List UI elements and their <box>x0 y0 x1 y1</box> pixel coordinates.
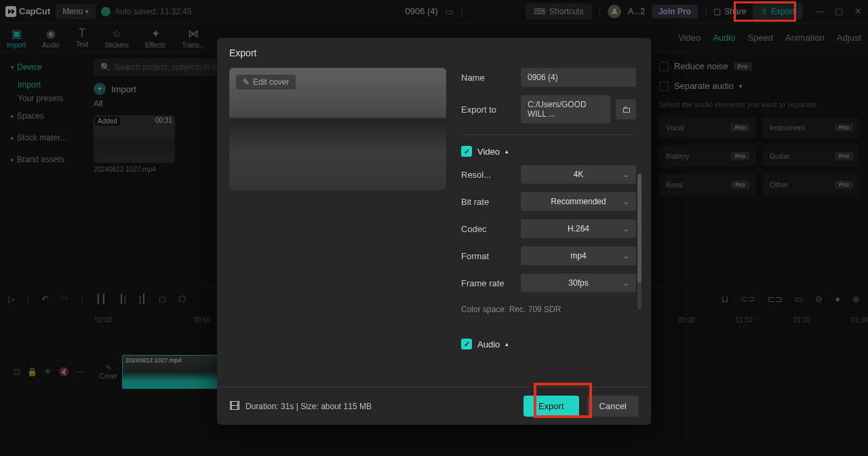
zoom-out-icon[interactable]: ⊖ <box>815 294 823 304</box>
resolution-select[interactable]: 4K <box>521 165 636 184</box>
color-space-text: Color space: Rec. 709 SDR <box>461 305 636 314</box>
close-button[interactable]: ✕ <box>853 6 863 16</box>
folder-icon: 🗀 <box>622 104 631 115</box>
aspect-icon[interactable]: ▭ <box>445 6 454 17</box>
app-name: CapCut <box>19 6 50 16</box>
sidebar-item-presets[interactable]: Your presets <box>5 94 83 103</box>
annotation-highlight <box>534 383 592 418</box>
import-label[interactable]: Import <box>111 84 136 94</box>
minimize-button[interactable]: — <box>815 6 825 16</box>
join-pro-button[interactable]: Join Pro <box>652 5 698 18</box>
undo-icon[interactable]: ↶ <box>41 294 49 304</box>
media-clip[interactable]: Added 00:31 20240612 1027.mp4 <box>94 115 175 173</box>
cancel-button[interactable]: Cancel <box>587 396 639 417</box>
tab-audio[interactable]: Audio <box>713 33 735 43</box>
track-options-icon[interactable]: ⊡ <box>14 367 20 377</box>
audio-checkbox[interactable]: ✓ <box>461 339 472 349</box>
sidebar-item-brand[interactable]: ▸Brand assets <box>5 151 83 168</box>
redo-icon[interactable]: ↷ <box>61 294 68 304</box>
sep-battery[interactable]: BatteryPro <box>659 145 756 167</box>
zoom-in-icon[interactable]: ⊕ <box>852 294 860 304</box>
sidebar: ▾Device Import Your presets ▸Spaces ▸Sto… <box>0 53 88 286</box>
sidebar-item-device[interactable]: ▾Device <box>5 58 83 76</box>
magnet-icon[interactable]: ⊔ <box>722 294 728 304</box>
shortcuts-button[interactable]: ⌨ Shortcuts <box>526 3 592 20</box>
framerate-label: Frame rate <box>461 278 515 288</box>
chevron-down-icon: ▾ <box>85 8 89 15</box>
bitrate-label: Bit rate <box>461 197 515 207</box>
format-select[interactable]: mp4 <box>521 246 636 265</box>
browse-folder-button[interactable]: 🗀 <box>616 99 636 119</box>
split-icon[interactable]: ┃┃ <box>96 294 106 304</box>
mute-icon[interactable]: 🔇 <box>59 367 69 377</box>
clip-duration: 00:31 <box>155 117 172 124</box>
maximize-button[interactable]: ▢ <box>834 6 844 16</box>
tool-import[interactable]: ▣Import <box>7 27 26 49</box>
tool-effects[interactable]: ✦Effects <box>145 27 165 49</box>
text-icon: T <box>79 27 85 39</box>
saved-check-icon <box>101 7 111 16</box>
preview-icon[interactable]: ▭ <box>795 294 803 304</box>
name-input[interactable] <box>521 68 636 87</box>
tool-audio[interactable]: ◉Audio <box>42 27 60 49</box>
sidebar-item-import[interactable]: Import <box>5 80 83 90</box>
bitrate-select[interactable]: Recommended <box>521 192 636 211</box>
tab-adjust[interactable]: Adjust <box>837 33 861 43</box>
framerate-select[interactable]: 30fps <box>521 273 636 292</box>
tool-text[interactable]: TText <box>76 27 88 48</box>
eye-icon[interactable]: 👁 <box>44 367 52 377</box>
import-plus-icon[interactable]: + <box>94 83 106 95</box>
codec-select[interactable]: H.264 <box>521 219 636 238</box>
ruler-mark: 00:50 <box>193 316 210 324</box>
exportto-path: C:/Users/GOOD WILL ... <box>521 95 610 124</box>
sidebar-item-spaces[interactable]: ▸Spaces <box>5 107 83 125</box>
separate-audio-label: Separate audio <box>674 81 734 91</box>
keyboard-icon: ⌨ <box>534 7 545 16</box>
audio-icon: ◉ <box>46 27 56 40</box>
sidebar-item-stock[interactable]: ▸Stock mater... <box>5 129 83 147</box>
tab-speed[interactable]: Speed <box>747 33 773 43</box>
checkbox-off[interactable] <box>659 62 669 71</box>
project-title: 0906 (4) ▭ | <box>405 6 462 17</box>
inspector-tabs: Video Audio Speed Animation Adjust <box>678 33 861 43</box>
more-icon[interactable]: ⋯ <box>76 367 84 377</box>
avatar[interactable]: A <box>608 5 621 18</box>
shield-icon[interactable]: ⬠ <box>178 294 186 304</box>
tool-transitions[interactable]: ⋈Trans... <box>182 27 205 49</box>
menu-button[interactable]: Menu▾ <box>56 4 96 19</box>
checkbox-off[interactable] <box>659 81 669 91</box>
sep-guitar[interactable]: GuitarPro <box>763 145 860 167</box>
trim-right-icon[interactable]: ]┃ <box>138 294 146 304</box>
autosave-status: Auto saved: 11:32:45 <box>101 7 191 16</box>
align-icon[interactable]: ⊏⊐ <box>768 294 783 304</box>
ruler-mark: 01:10 <box>736 316 753 324</box>
video-section-header[interactable]: ✓ Video ▴ <box>461 146 636 157</box>
edit-cover-button[interactable]: ✎ Edit cover <box>236 75 296 90</box>
sep-other[interactable]: OtherPro <box>763 174 860 195</box>
search-placeholder: Search project, subjects in ima... <box>115 62 232 72</box>
export-preview: ✎ Edit cover <box>229 68 446 190</box>
inspector-panel: Reduce noisePro Separate audio▾ Select t… <box>651 53 868 286</box>
ruler-mark: 01:00 <box>678 316 695 324</box>
chevron-up-icon: ▴ <box>505 341 509 347</box>
footer-info-text: Duration: 31s | Size: about 115 MB <box>245 402 372 411</box>
cover-button[interactable]: ✎ Cover <box>95 355 122 389</box>
tab-video[interactable]: Video <box>678 33 701 43</box>
modal-scrollbar[interactable] <box>637 174 642 309</box>
video-checkbox[interactable]: ✓ <box>461 146 472 157</box>
tab-animation[interactable]: Animation <box>785 33 825 43</box>
pointer-tool-icon[interactable]: ▷ <box>8 294 15 304</box>
film-icon: 🎞 <box>229 400 240 413</box>
sep-bass[interactable]: BassPro <box>659 174 756 195</box>
link-icon[interactable]: ⊂⊃ <box>741 294 755 304</box>
zoom-slider[interactable]: ● <box>835 294 840 304</box>
sep-instrument[interactable]: InstrumentPro <box>763 117 860 138</box>
ruler-mark: 01:30 <box>851 316 868 324</box>
sep-vocal[interactable]: VocalPro <box>659 117 756 138</box>
audio-section-header[interactable]: ✓ Audio ▴ <box>461 339 636 349</box>
trim-left-icon[interactable]: ┃[ <box>119 294 127 304</box>
tool-stickers[interactable]: ☆Stickers <box>104 27 129 49</box>
lock-icon[interactable]: 🔒 <box>27 367 37 377</box>
crop-icon[interactable]: ◻ <box>159 294 166 304</box>
search-icon: 🔍 <box>100 62 111 72</box>
